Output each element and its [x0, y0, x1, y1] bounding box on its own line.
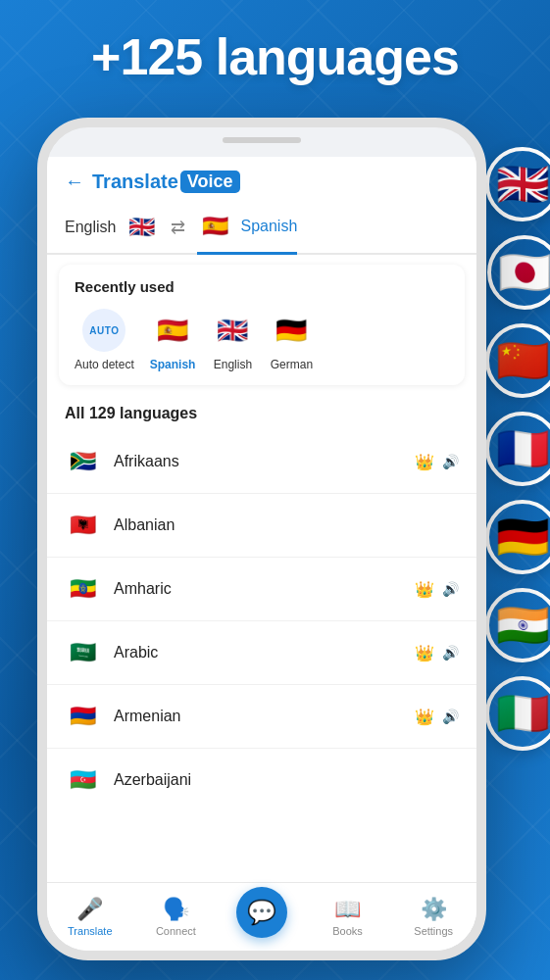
recent-item-german[interactable]: 🇩🇪 German: [270, 309, 313, 371]
chat-center-button[interactable]: 💬: [236, 887, 287, 938]
translate-nav-label: Translate: [68, 925, 112, 937]
translate-nav-icon: 🎤: [76, 897, 103, 922]
phone-screen: ← Translate Voice English 🇬🇧 ⇄ 🇪🇸 Spanis…: [47, 157, 476, 951]
auto-detect-name: Auto detect: [75, 358, 134, 371]
floating-flag-uk: 🇬🇧: [485, 147, 550, 221]
nav-item-connect[interactable]: 🗣️ Connect: [133, 897, 220, 937]
recent-item-english[interactable]: 🇬🇧 English: [211, 309, 254, 371]
all-languages-section: All 129 languages: [47, 395, 476, 426]
name-albanian: Albanian: [114, 516, 445, 534]
recently-used-title: Recently used: [75, 278, 449, 295]
spanish-flag-recent: 🇪🇸: [151, 309, 194, 352]
english-flag-recent: 🇬🇧: [211, 309, 254, 352]
source-flag: 🇬🇧: [124, 210, 159, 245]
target-language-button[interactable]: 🇪🇸 Spanish: [197, 209, 297, 255]
source-language-button[interactable]: English 🇬🇧: [65, 210, 159, 253]
auto-detect-label: AUTO: [89, 325, 119, 336]
crown-icon-armenian: 👑: [415, 708, 434, 726]
english-label-recent: English: [214, 358, 252, 371]
hero-title: +125 languages: [0, 27, 550, 86]
phone-speaker: [223, 137, 301, 143]
icons-afrikaans: 👑 🔊: [415, 453, 459, 471]
chat-nav-icon: 💬: [247, 899, 276, 926]
phone-shell: ← Translate Voice English 🇬🇧 ⇄ 🇪🇸 Spanis…: [37, 118, 486, 960]
flag-amharic: 🇪🇹: [65, 571, 100, 607]
recent-languages-list: AUTO Auto detect 🇪🇸 Spanish 🇬🇧 English 🇩…: [75, 309, 449, 371]
connect-nav-icon: 🗣️: [163, 897, 189, 922]
floating-flag-italy: 🇮🇹: [485, 676, 550, 751]
target-language-name: Spanish: [240, 218, 297, 235]
icons-armenian: 👑 🔊: [415, 708, 459, 726]
brand-logo: Translate Voice: [92, 171, 240, 193]
name-afrikaans: Afrikaans: [114, 453, 401, 470]
list-item-albanian[interactable]: 🇦🇱 Albanian: [47, 494, 476, 558]
books-nav-label: Books: [332, 925, 363, 937]
floating-flag-india: 🇮🇳: [485, 588, 550, 662]
list-item-armenian[interactable]: 🇦🇲 Armenian 👑 🔊: [47, 685, 476, 749]
nav-item-chat[interactable]: 💬: [219, 897, 305, 938]
bottom-navigation: 🎤 Translate 🗣️ Connect 💬 📖 Books ⚙️ Sett…: [47, 882, 476, 951]
name-armenian: Armenian: [114, 708, 401, 725]
speaker-icon-armenian: 🔊: [442, 709, 459, 724]
books-nav-icon: 📖: [334, 897, 361, 922]
nav-item-books[interactable]: 📖 Books: [305, 897, 391, 937]
name-amharic: Amharic: [114, 580, 401, 598]
flag-afrikaans: 🇿🇦: [65, 444, 100, 479]
icons-arabic: 👑 🔊: [415, 644, 459, 662]
source-language-name: English: [65, 219, 116, 236]
recent-item-auto[interactable]: AUTO Auto detect: [75, 309, 134, 371]
flag-azerbaijani: 🇦🇿: [65, 762, 100, 798]
speaker-icon-arabic: 🔊: [442, 645, 459, 661]
spanish-label-recent: Spanish: [150, 358, 196, 371]
floating-flag-france: 🇫🇷: [485, 412, 550, 486]
back-button[interactable]: ←: [65, 171, 84, 193]
language-list: 🇿🇦 Afrikaans 👑 🔊 🇦🇱 Albanian 🇪🇹 Amharic …: [47, 430, 476, 811]
brand-voice: Voice: [180, 171, 240, 193]
german-label-recent: German: [271, 358, 313, 371]
flag-arabic: 🇸🇦: [65, 635, 100, 670]
list-item-azerbaijani[interactable]: 🇦🇿 Azerbaijani: [47, 749, 476, 811]
name-arabic: Arabic: [114, 644, 401, 662]
list-item-amharic[interactable]: 🇪🇹 Amharic 👑 🔊: [47, 558, 476, 621]
german-flag-recent: 🇩🇪: [270, 309, 313, 352]
app-header: ← Translate Voice: [47, 157, 476, 203]
recently-used-card: Recently used AUTO Auto detect 🇪🇸 Spanis…: [59, 265, 465, 385]
nav-item-settings[interactable]: ⚙️ Settings: [390, 897, 476, 937]
icons-amharic: 👑 🔊: [415, 580, 459, 599]
language-selector-row: English 🇬🇧 ⇄ 🇪🇸 Spanish: [47, 203, 476, 255]
swap-languages-button[interactable]: ⇄: [171, 217, 185, 246]
flag-armenian: 🇦🇲: [65, 699, 100, 734]
recent-item-spanish[interactable]: 🇪🇸 Spanish: [150, 309, 196, 371]
crown-icon-afrikaans: 👑: [415, 453, 434, 471]
crown-icon-arabic: 👑: [415, 644, 434, 662]
settings-nav-label: Settings: [414, 925, 453, 937]
target-flag: 🇪🇸: [197, 209, 232, 244]
speaker-icon-afrikaans: 🔊: [442, 454, 459, 469]
speaker-icon-amharic: 🔊: [442, 581, 459, 597]
settings-nav-icon: ⚙️: [421, 897, 447, 922]
name-azerbaijani: Azerbaijani: [114, 771, 445, 789]
floating-flag-germany: 🇩🇪: [485, 500, 550, 574]
floating-flag-china: 🇨🇳: [485, 323, 550, 398]
auto-detect-flag: AUTO: [82, 309, 125, 352]
connect-nav-label: Connect: [156, 925, 196, 937]
flag-albanian: 🇦🇱: [65, 508, 100, 543]
all-languages-title: All 129 languages: [65, 405, 459, 422]
nav-item-translate[interactable]: 🎤 Translate: [47, 897, 133, 937]
crown-icon-amharic: 👑: [415, 580, 434, 599]
brand-translate: Translate: [92, 171, 178, 193]
list-item-arabic[interactable]: 🇸🇦 Arabic 👑 🔊: [47, 621, 476, 685]
list-item-afrikaans[interactable]: 🇿🇦 Afrikaans 👑 🔊: [47, 430, 476, 494]
